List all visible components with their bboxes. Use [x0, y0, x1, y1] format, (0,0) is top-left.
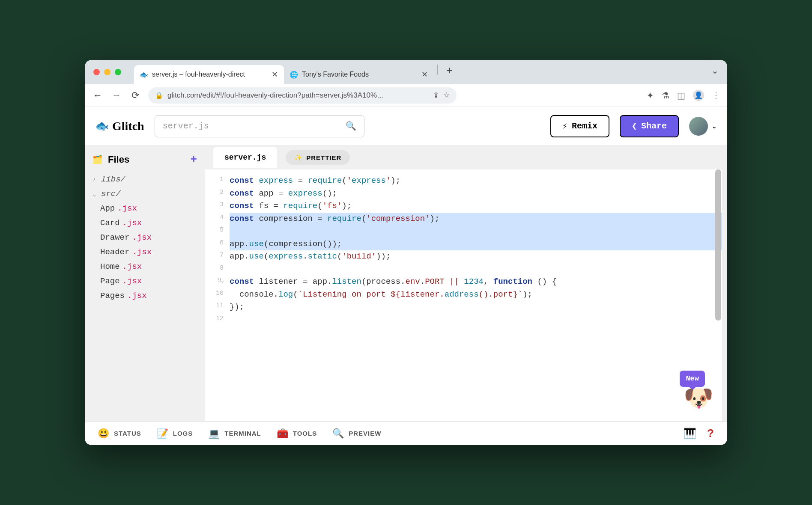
file-ext: .jsx — [132, 233, 152, 242]
bottombar-preview[interactable]: 🔍PREVIEW — [332, 428, 381, 439]
browser-window: 🐟 server.js – foul-heavenly-direct ✕ 🌐 T… — [85, 60, 727, 445]
app-header: 🐟 Glitch server.js 🔍 ⚡ Remix ❮ Share ⌄ — [85, 107, 727, 146]
maximize-window-button[interactable] — [115, 69, 121, 75]
sidepanel-icon[interactable]: ◫ — [677, 90, 685, 101]
file-base: Header — [100, 247, 129, 257]
code-line[interactable] — [230, 314, 722, 327]
glitch-logo-text: Glitch — [112, 119, 144, 133]
code-editor[interactable]: 123456789⌄101112 const express = require… — [205, 169, 722, 421]
prettier-button[interactable]: ✨ PRETTIER — [286, 150, 350, 165]
file-base: Card — [100, 218, 120, 228]
code-line[interactable]: console.log(`Listening on port ${listene… — [230, 288, 722, 301]
share-icon[interactable]: ⇪ — [433, 91, 439, 100]
file-ext: .jsx — [132, 247, 152, 257]
code-line[interactable]: }); — [230, 301, 722, 314]
tab-separator — [437, 65, 438, 75]
window-controls — [93, 60, 134, 84]
editor-tabs: server.js ✨ PRETTIER — [205, 146, 727, 169]
tab-favicon: 🐟 — [140, 71, 148, 78]
close-tab-icon[interactable]: ✕ — [421, 70, 428, 79]
glitch-logo-icon: 🐟 — [95, 119, 109, 133]
share-button[interactable]: ❮ Share — [620, 115, 679, 137]
url-field[interactable]: 🔒 glitch.com/edit/#!/foul-heavenly-direc… — [148, 87, 457, 104]
file-item[interactable]: Header.jsx — [85, 245, 205, 259]
file-ext: .jsx — [127, 291, 147, 300]
code-line[interactable]: app.use(compression()); — [230, 238, 722, 251]
tab-favicon: 🌐 — [290, 71, 298, 78]
chevron-down-icon: ⌄ — [93, 190, 99, 198]
file-ext: .jsx — [122, 262, 142, 271]
piano-icon[interactable]: 🎹 — [684, 428, 697, 440]
bottombar-terminal[interactable]: 💻TERMINAL — [208, 428, 261, 439]
bottombar-status[interactable]: 😃STATUS — [98, 428, 141, 439]
code-line[interactable]: const listener = app.listen(process.env.… — [230, 276, 722, 288]
code-line[interactable]: const compression = require('compression… — [230, 213, 722, 226]
minimize-window-button[interactable] — [104, 69, 110, 75]
bb-label: PREVIEW — [349, 430, 381, 437]
file-item[interactable]: Home.jsx — [85, 259, 205, 274]
remix-label: Remix — [572, 121, 597, 131]
reload-button[interactable]: ⟳ — [129, 90, 141, 101]
chevron-right-icon: › — [93, 176, 99, 183]
labs-icon[interactable]: ⚗ — [662, 90, 669, 101]
tab-title: Tony's Favorite Foods — [302, 71, 369, 78]
file-base: Drawer — [100, 233, 129, 242]
bb-label: STATUS — [114, 430, 141, 437]
share-label: Share — [641, 121, 667, 131]
new-tab-button[interactable]: + — [441, 64, 458, 80]
back-button[interactable]: ← — [92, 90, 104, 101]
code-line[interactable]: const app = express(); — [230, 187, 722, 200]
help-button[interactable]: ? — [707, 427, 714, 440]
code-content[interactable]: const express = require('express');const… — [228, 169, 722, 421]
chevron-down-icon: ⌄ — [711, 122, 717, 130]
bottombar-tools[interactable]: 🧰TOOLS — [277, 428, 317, 439]
search-icon: 🔍 — [346, 121, 356, 131]
chrome-toolbar-icons: ✦ ⚗ ◫ 👤 ⋮ — [647, 90, 720, 101]
lightning-icon: ⚡ — [562, 121, 567, 131]
browser-tab-inactive[interactable]: 🌐 Tony's Favorite Foods ✕ — [284, 65, 434, 84]
forward-button[interactable]: → — [110, 90, 122, 101]
account-menu[interactable]: ⌄ — [689, 117, 717, 136]
scrollbar[interactable] — [715, 169, 721, 321]
remix-button[interactable]: ⚡ Remix — [550, 115, 609, 137]
avatar — [689, 117, 708, 136]
close-tab-icon[interactable]: ✕ — [272, 70, 278, 79]
share-icon: ❮ — [632, 121, 637, 131]
line-gutter: 123456789⌄101112 — [205, 169, 228, 421]
file-item[interactable]: Card.jsx — [85, 216, 205, 230]
lock-icon: 🔒 — [155, 92, 163, 99]
extensions-icon[interactable]: ✦ — [647, 90, 654, 101]
file-ext: .jsx — [122, 276, 142, 286]
glitch-logo[interactable]: 🐟 Glitch — [95, 119, 144, 133]
tabs-dropdown-icon[interactable]: ⌄ — [711, 65, 719, 78]
close-window-button[interactable] — [93, 69, 100, 75]
bb-label: LOGS — [173, 430, 193, 437]
mascot-icon[interactable]: 🐶 — [684, 381, 713, 419]
search-input[interactable]: server.js 🔍 — [155, 115, 364, 137]
main-area: 🗂️ Files + › libs/ ⌄ src/ App.jsxCard.js… — [85, 146, 727, 421]
file-ext: .jsx — [122, 218, 142, 228]
bookmark-icon[interactable]: ☆ — [443, 91, 450, 100]
code-line[interactable]: app.use(express.static('build')); — [230, 250, 722, 263]
bb-icon: 💻 — [208, 428, 220, 439]
bb-icon: 🔍 — [332, 428, 344, 439]
file-item[interactable]: App.jsx — [85, 201, 205, 216]
bb-icon: 😃 — [98, 428, 110, 439]
folder-src[interactable]: ⌄ src/ — [85, 187, 205, 201]
code-line[interactable] — [230, 225, 722, 238]
code-line[interactable] — [230, 263, 722, 276]
files-title: Files — [108, 154, 129, 165]
browser-tab-active[interactable]: 🐟 server.js – foul-heavenly-direct ✕ — [134, 65, 284, 84]
file-item[interactable]: Drawer.jsx — [85, 230, 205, 245]
file-item[interactable]: Pages.jsx — [85, 288, 205, 303]
code-line[interactable]: const fs = require('fs'); — [230, 200, 722, 213]
editor-tab-active[interactable]: server.js — [213, 147, 277, 168]
folder-libs[interactable]: › libs/ — [85, 172, 205, 187]
profile-icon[interactable]: 👤 — [693, 90, 704, 101]
more-icon[interactable]: ⋮ — [712, 90, 720, 101]
new-file-button[interactable]: + — [190, 153, 197, 166]
file-ext: .jsx — [117, 204, 137, 213]
file-item[interactable]: Page.jsx — [85, 274, 205, 288]
code-line[interactable]: const express = require('express'); — [230, 175, 722, 187]
bottombar-logs[interactable]: 📝LOGS — [157, 428, 193, 439]
